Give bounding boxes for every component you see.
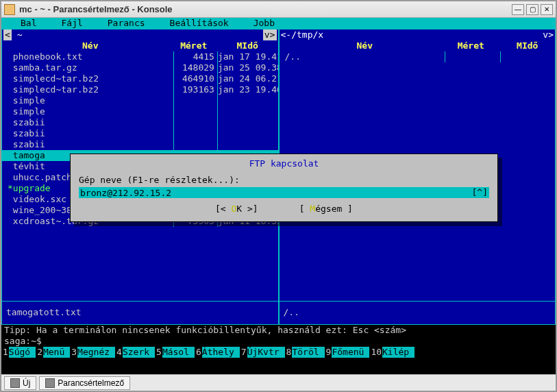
left-header-date: MIdő: [217, 40, 278, 51]
fkey-töröl[interactable]: Töröl: [292, 347, 324, 358]
shell-tab[interactable]: Parancsértelmező: [39, 376, 130, 390]
new-tab-button[interactable]: Új: [4, 376, 36, 390]
file-row[interactable]: szabii: [2, 139, 278, 150]
dialog-prompt: Gép neve (F1-re részletek...):: [79, 175, 489, 186]
mc-menubar[interactable]: Bal Fájl Parancs Beállítások Jobb: [1, 18, 556, 29]
right-path: <-/tmp/x: [281, 29, 324, 40]
left-panel-top: < ~ v>: [2, 29, 278, 40]
ftp-dialog: FTP kapcsolat Gép neve (F1-re részletek.…: [70, 154, 498, 222]
fkey-num: 6: [195, 347, 202, 358]
ok-button[interactable]: [< OK >]: [215, 204, 258, 215]
file-row[interactable]: simplecd~tar.bz2464910jan 24 06.21: [2, 73, 278, 84]
konsole-window: mc - ~ - Parancsértelmező - Konsole — ▢ …: [0, 0, 557, 392]
close-button[interactable]: ✕: [541, 4, 553, 15]
left-headers: Név Méret MIdő: [2, 40, 278, 51]
left-status: tamogatott.txt: [2, 301, 278, 324]
left-scroll-right-icon[interactable]: v>: [263, 29, 277, 40]
new-tab-label: Új: [23, 378, 30, 388]
file-row[interactable]: szabii: [2, 117, 278, 128]
file-row[interactable]: samba.tar.gz148029jan 25 09.38: [2, 62, 278, 73]
shell-tab-label: Parancsértelmező: [58, 378, 124, 388]
fkey-num: 9: [325, 347, 332, 358]
shell-tab-icon: [45, 378, 55, 388]
titlebar: mc - ~ - Parancsértelmező - Konsole — ▢ …: [1, 1, 556, 18]
fkey-súgó[interactable]: Súgó: [9, 347, 36, 358]
fkey-menü[interactable]: Menü: [43, 347, 70, 358]
konsole-tabbar: Új Parancsértelmező: [1, 374, 556, 391]
fkey-num: 10: [369, 347, 382, 358]
right-panel-top: <-/tmp/x v>: [280, 29, 556, 40]
fkey-num: 8: [285, 347, 293, 358]
file-row[interactable]: /..: [280, 51, 556, 62]
ftp-host-input[interactable]: [80, 188, 472, 198]
window-title: mc - ~ - Parancsértelmező - Konsole: [19, 4, 510, 14]
minimize-button[interactable]: —: [512, 4, 524, 15]
dialog-buttons: [< OK >] [ Mégsem ]: [79, 204, 489, 215]
right-header-date: MIdő: [500, 40, 556, 51]
fkey-újkvtr[interactable]: ÚjKvtr: [247, 347, 285, 358]
file-row[interactable]: szabii: [2, 128, 278, 139]
fkey-num: 5: [155, 347, 162, 358]
terminal-area: Bal Fájl Parancs Beállítások Jobb < ~ v>…: [1, 18, 556, 374]
fkey-áthely[interactable]: Áthely: [202, 347, 240, 358]
new-tab-icon: [10, 378, 20, 388]
fkey-num: 1: [1, 347, 9, 358]
dialog-input-row[interactable]: [^]: [79, 187, 489, 198]
right-scroll-right-icon[interactable]: v>: [543, 29, 554, 40]
fkey-szerk[interactable]: Szerk: [123, 347, 155, 358]
function-keys: 1Súgó2Menü3Megnéz4Szerk5Másol6Áthely7ÚjK…: [1, 347, 556, 358]
right-header-name: Név: [280, 40, 445, 51]
left-path: ~: [12, 29, 23, 40]
cancel-button[interactable]: [ Mégsem ]: [299, 204, 353, 215]
app-icon: [4, 4, 15, 15]
menu-beallitasok[interactable]: Beállítások: [158, 18, 241, 29]
menu-parancs[interactable]: Parancs: [95, 18, 158, 29]
fkey-num: 3: [70, 347, 77, 358]
fkey-főmenü[interactable]: Főmenü: [332, 347, 369, 358]
hint-line: Tipp: Ha a terminálon nincsenek funkciób…: [1, 325, 556, 336]
left-header-size: Méret: [173, 40, 217, 51]
menu-jobb[interactable]: Jobb: [241, 18, 287, 29]
panels: < ~ v> Név Méret MIdő phonebook.txt4415j…: [1, 29, 556, 325]
left-header-name: Név: [2, 40, 173, 51]
file-row[interactable]: simple: [2, 106, 278, 117]
file-row[interactable]: simplecd~tar.bz2193163jan 23 19.46: [2, 84, 278, 95]
fkey-num: 4: [115, 347, 123, 358]
fkey-kilép[interactable]: Kilép: [382, 347, 414, 358]
maximize-button[interactable]: ▢: [526, 4, 539, 15]
fkey-másol[interactable]: Másol: [162, 347, 195, 358]
fkey-num: 2: [36, 347, 43, 358]
history-icon[interactable]: [^]: [472, 187, 488, 198]
fkey-num: 7: [240, 347, 247, 358]
file-row[interactable]: phonebook.txt4415jan 17 19.41: [2, 51, 278, 62]
fkey-megnéz[interactable]: Megnéz: [77, 347, 115, 358]
menu-fajl[interactable]: Fájl: [49, 18, 95, 29]
shell-prompt[interactable]: saga:~$: [1, 336, 556, 347]
dialog-title: FTP kapcsolat: [79, 158, 489, 169]
file-row[interactable]: simple: [2, 95, 278, 106]
left-scroll-left-icon[interactable]: <: [3, 29, 12, 40]
right-headers: Név Méret MIdő: [280, 40, 556, 51]
right-status: /..: [280, 301, 556, 324]
right-header-size: Méret: [445, 40, 500, 51]
menu-bal[interactable]: Bal: [8, 18, 49, 29]
